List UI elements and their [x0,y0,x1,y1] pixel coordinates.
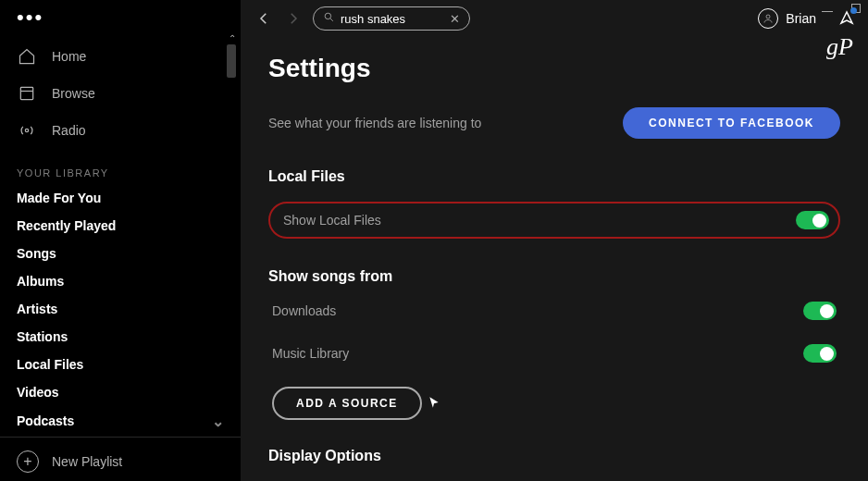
mouse-cursor-icon [428,396,440,412]
source-toggle-downloads[interactable] [803,302,837,320]
display-options-header: Display Options [268,448,840,464]
notifications-button[interactable] [838,9,855,29]
clear-search-icon[interactable]: ✕ [450,12,460,26]
sidebar-item-recently-played[interactable]: Recently Played [0,212,241,240]
source-toggle-music-library[interactable] [803,344,837,363]
source-row-music-library: Music Library [268,344,840,363]
plus-circle-icon: + [17,450,39,473]
user-name-label: Brian [786,11,816,26]
nav-back-icon[interactable] [254,8,274,29]
window-minimize-icon[interactable] [822,11,833,12]
home-icon [17,46,37,67]
notification-dot-icon [850,7,857,14]
page-title: Settings [268,54,840,83]
local-files-header: Local Files [268,168,840,185]
show-local-files-label: Show Local Files [283,213,381,228]
sidebar-item-videos[interactable]: Videos [0,378,241,406]
sidebar-item-made-for-you[interactable]: Made For You [0,184,241,212]
show-songs-from-header: Show songs from [268,268,840,285]
source-label: Downloads [272,303,336,318]
sidebar-item-albums[interactable]: Albums [0,267,241,295]
new-playlist-button[interactable]: + New Playlist [0,437,241,481]
svg-line-4 [330,18,333,21]
nav-forward-icon[interactable] [283,8,304,29]
add-source-button[interactable]: ADD A SOURCE [272,387,422,420]
chevron-down-icon: ⌄ [212,413,224,430]
sidebar-item-radio[interactable]: Radio [0,112,241,149]
search-icon [323,11,335,26]
sidebar: ••• ⌃ Home Browse Radio [0,0,241,481]
source-label: Music Library [272,346,349,361]
sidebar-item-label: Home [52,49,86,64]
search-input[interactable] [341,12,444,26]
sidebar-item-stations[interactable]: Stations [0,323,241,351]
svg-point-3 [325,13,331,19]
user-menu[interactable]: Brian [758,8,816,29]
sidebar-item-home[interactable]: Home [0,38,241,75]
sidebar-item-local-files[interactable]: Local Files [0,351,241,378]
sidebar-item-podcasts[interactable]: Podcasts ⌄ [0,406,241,437]
scrollbar-thumb[interactable] [227,44,236,78]
search-box[interactable]: ✕ [313,6,470,31]
svg-point-5 [766,15,770,18]
topbar: ✕ Brian [241,0,868,37]
svg-rect-0 [20,87,32,99]
scroll-up-icon[interactable]: ⌃ [229,33,236,43]
sidebar-item-songs[interactable]: Songs [0,240,241,267]
menu-ellipsis-icon[interactable]: ••• [0,9,241,34]
sidebar-item-label: Radio [52,123,86,138]
user-avatar-icon [758,8,778,29]
source-row-downloads: Downloads [268,302,840,320]
svg-point-2 [25,129,28,131]
gp-logo: gP [826,33,853,61]
sidebar-item-browse[interactable]: Browse [0,75,241,112]
browse-icon [17,83,37,104]
friends-activity-label: See what your friends are listening to [268,116,481,130]
new-playlist-label: New Playlist [52,454,122,469]
sidebar-item-artists[interactable]: Artists [0,295,241,323]
show-local-files-row: Show Local Files [268,202,840,239]
sidebar-item-label: Podcasts [17,413,74,428]
sidebar-section-header: YOUR LIBRARY [0,153,241,184]
connect-facebook-button[interactable]: CONNECT TO FACEBOOK [623,107,840,139]
sidebar-item-label: Browse [52,86,95,101]
main-content: gP ✕ Brian [241,0,868,481]
show-local-files-toggle[interactable] [796,211,829,229]
radio-icon [17,120,37,141]
